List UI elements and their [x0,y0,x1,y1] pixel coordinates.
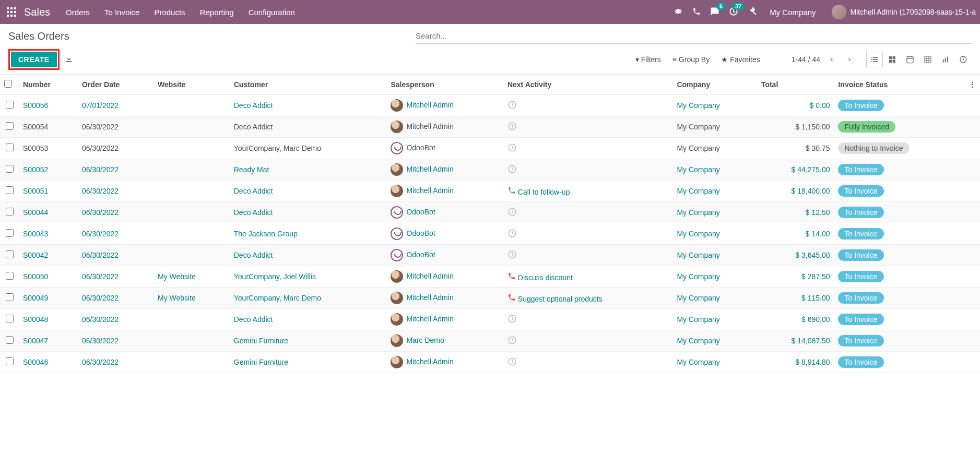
col-total[interactable]: Total [757,75,834,95]
cell-salesperson[interactable]: OdooBot [406,229,435,237]
row-checkbox[interactable] [6,229,14,237]
activity-clock-icon[interactable] [507,167,517,175]
view-calendar-icon[interactable] [902,52,918,67]
menu-configuration[interactable]: Configuration [249,8,295,17]
cell-salesperson[interactable]: Mitchell Admin [406,122,453,130]
cell-company[interactable]: My Company [677,187,719,195]
cell-website[interactable]: My Website [158,294,196,302]
activity-phone-icon[interactable] [507,295,516,303]
view-pivot-icon[interactable] [919,52,936,67]
cell-number[interactable]: S00054 [23,123,48,131]
view-list-icon[interactable] [866,52,883,67]
cell-number[interactable]: S00043 [23,230,48,238]
table-row[interactable]: S0005306/30/2022YourCompany, Marc DemoOd… [0,138,980,159]
cell-website[interactable]: My Website [158,272,196,281]
activity-clock-icon[interactable] [507,317,517,325]
activity-clock-icon[interactable] [507,146,517,154]
brand-label[interactable]: Sales [24,6,50,18]
view-activity-icon[interactable] [955,52,972,67]
col-order-date[interactable]: Order Date [78,75,154,95]
activity-clock-icon[interactable] [507,103,517,111]
view-graph-icon[interactable] [937,52,954,67]
cell-salesperson[interactable]: Mitchell Admin [406,315,453,323]
cell-company[interactable]: My Company [677,123,719,131]
cell-salesperson[interactable]: OdooBot [406,208,435,216]
cell-salesperson[interactable]: Mitchell Admin [406,357,453,366]
cell-salesperson[interactable]: Mitchell Admin [406,101,453,109]
cell-salesperson[interactable]: Mitchell Admin [406,165,453,173]
cell-number[interactable]: S00046 [23,358,48,366]
cell-salesperson[interactable]: Marc Demo [406,336,444,344]
row-checkbox[interactable] [6,143,14,151]
cell-date[interactable]: 06/30/2022 [82,272,119,281]
row-checkbox[interactable] [6,293,14,301]
cell-total[interactable]: $ 3,645.00 [795,251,830,259]
cell-number[interactable]: S00050 [23,272,48,281]
cell-customer[interactable]: Deco Addict [234,251,273,259]
cell-customer[interactable]: Deco Addict [234,208,273,217]
activity-clock-icon[interactable] [507,124,517,133]
search-input[interactable] [416,31,972,40]
company-selector[interactable]: My Company [770,8,816,17]
row-checkbox[interactable] [6,101,14,109]
cell-number[interactable]: S00047 [23,337,48,345]
menu-to-invoice[interactable]: To Invoice [104,8,140,17]
bug-icon[interactable] [674,7,683,18]
table-row[interactable]: S0004606/30/2022Gemini FurnitureMitchell… [0,352,980,373]
row-checkbox[interactable] [6,250,14,258]
cell-customer[interactable]: YourCompany, Marc Demo [234,294,321,302]
cell-activity[interactable]: Discuss discount [518,273,573,282]
activity-clock-icon[interactable] [507,253,517,261]
table-row[interactable]: S0005406/30/2022Deco AddictMitchell Admi… [0,116,980,138]
cell-total[interactable]: $ 690.00 [801,315,830,324]
filters-button[interactable]: ▾ Filters [635,55,661,64]
row-checkbox[interactable] [6,272,14,280]
cell-activity[interactable]: Suggest optional products [518,295,603,303]
row-checkbox[interactable] [6,357,14,365]
table-row[interactable]: S0005006/30/2022My WebsiteYourCompany, J… [0,266,980,288]
cell-activity[interactable]: Call to follow-up [518,188,570,196]
pager-label[interactable]: 1-44 / 44 [792,55,820,64]
table-row[interactable]: S0005206/30/2022Ready MatMitchell Admin … [0,159,980,181]
cell-total[interactable]: $ 44,275.00 [792,165,830,174]
col-company[interactable]: Company [672,75,757,95]
cell-company[interactable]: My Company [677,208,719,217]
chat-icon[interactable]: 6 [710,7,719,18]
cell-date[interactable]: 07/01/2022 [82,101,119,110]
activity-clock-icon[interactable] [507,231,517,240]
row-checkbox[interactable] [6,336,14,344]
row-checkbox[interactable] [6,208,14,215]
cell-customer[interactable]: Gemini Furniture [234,337,288,345]
menu-orders[interactable]: Orders [66,8,90,17]
cell-total[interactable]: $ 0.00 [810,101,830,110]
cell-company[interactable]: My Company [677,144,719,152]
col-salesperson[interactable]: Salesperson [386,75,503,95]
cell-total[interactable]: $ 1,150.00 [795,123,830,131]
cell-total[interactable]: $ 115.00 [801,294,830,302]
cell-total[interactable]: $ 30.75 [806,144,830,152]
cell-company[interactable]: My Company [677,315,719,324]
cell-total[interactable]: $ 14,087.50 [792,337,830,345]
activity-phone-icon[interactable] [507,273,516,282]
cell-customer[interactable]: Deco Addict [234,187,273,195]
table-row[interactable]: S0004906/30/2022My WebsiteYourCompany, M… [0,288,980,309]
cell-date[interactable]: 06/30/2022 [82,315,119,324]
cell-number[interactable]: S00048 [23,315,48,324]
tools-icon[interactable] [748,7,757,18]
cell-number[interactable]: S00056 [23,101,48,110]
activity-clock-icon[interactable] [507,338,517,346]
table-row[interactable]: S0004206/30/2022Deco AddictOdooBot My Co… [0,245,980,266]
activity-clock-icon[interactable] [507,360,517,368]
cell-customer[interactable]: YourCompany, Joel Willis [234,272,316,281]
cell-number[interactable]: S00051 [23,187,48,195]
menu-reporting[interactable]: Reporting [200,8,234,17]
col-invoice-status[interactable]: Invoice Status [834,75,964,95]
row-checkbox[interactable] [6,315,14,322]
pager-next[interactable] [843,53,856,66]
cell-number[interactable]: S00049 [23,294,48,302]
cell-customer[interactable]: Ready Mat [234,165,269,174]
cell-customer[interactable]: Deco Addict [234,315,273,324]
col-website[interactable]: Website [154,75,230,95]
cell-total[interactable]: $ 287.50 [801,272,830,281]
cell-customer[interactable]: YourCompany, Marc Demo [234,144,321,152]
